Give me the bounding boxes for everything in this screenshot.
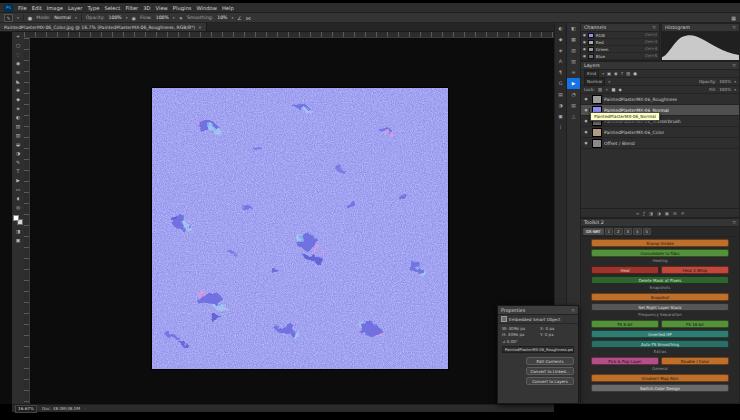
filter-smart-icon[interactable]: ● [633, 71, 637, 76]
filter-kind-icon[interactable]: ▣ [607, 71, 611, 76]
glyphs-panel-icon[interactable]: G [555, 78, 566, 89]
swatches-panel-icon[interactable]: ▦ [567, 34, 580, 45]
pen-tool[interactable]: ✎ [12, 158, 24, 167]
styles-panel-icon[interactable]: ▣ [555, 111, 566, 122]
visibility-eye-icon[interactable]: ● [583, 141, 590, 145]
menu-item-window[interactable]: Window [196, 5, 216, 11]
menu-item-3d[interactable]: 3D [143, 5, 150, 11]
dodge-tool[interactable]: ◑ [12, 149, 24, 158]
fill-value[interactable]: 100% [719, 87, 731, 92]
edit-contents-button[interactable]: Edit Contents [526, 357, 574, 365]
fill-caret-icon[interactable]: ▾ [734, 88, 736, 92]
panel-menu-icon[interactable]: ≡ [732, 25, 736, 30]
document-tab[interactable]: PaintedPlasterMX-06_Color.jpg @ 16.7% (P… [0, 23, 207, 31]
menu-item-edit[interactable]: Edit [32, 5, 42, 11]
filter-shape-icon[interactable]: ▨ [626, 71, 630, 76]
action-button[interactable]: Heal 2 Whip [661, 266, 729, 274]
visibility-eye-icon[interactable]: ● [583, 97, 590, 101]
visibility-eye-icon[interactable]: ● [583, 119, 590, 123]
layer-thumbnail[interactable] [592, 128, 602, 137]
layer-filter-select[interactable]: Kind [584, 70, 599, 78]
layer-name[interactable]: Offset / Blend [604, 141, 635, 146]
marquee-tool[interactable]: ▢ [12, 41, 24, 50]
hand-tool[interactable]: ◖ [12, 194, 24, 203]
action-button[interactable]: Set Right Layer Stack [591, 303, 729, 311]
action-button[interactable]: Double / Color [661, 357, 729, 365]
eraser-tool[interactable]: ▨ [12, 122, 24, 131]
menu-item-filter[interactable]: Filter [125, 5, 138, 11]
action-button[interactable]: Inverted HP [591, 330, 729, 338]
opacity-caret-icon[interactable]: ▾ [734, 80, 736, 84]
menu-item-plugins[interactable]: Plugins [173, 5, 192, 11]
paragraph-panel-icon[interactable]: ¶ [555, 67, 566, 78]
move-tool[interactable]: + [12, 32, 24, 41]
action-button[interactable]: FS 8-bit [591, 320, 659, 328]
channel-row-blue[interactable]: ● Blue Ctrl+5 [581, 53, 659, 60]
color-swatches[interactable] [12, 215, 24, 227]
convert-to-linked-button[interactable]: Convert to Linked... [526, 367, 574, 375]
action-button[interactable]: Snapshot [591, 293, 729, 301]
flow-value[interactable]: 100% [156, 15, 169, 20]
panel-menu-icon[interactable]: ≡ [652, 25, 656, 30]
clone-stamp-tool[interactable]: ◈ [12, 104, 24, 113]
info-panel-icon[interactable]: i [555, 122, 566, 133]
timeline-panel-icon[interactable]: ◔ [567, 89, 580, 100]
opacity-caret-icon[interactable]: ▾ [126, 16, 128, 20]
crop-tool[interactable]: ⊞ [12, 68, 24, 77]
visibility-eye-icon[interactable]: ● [583, 108, 590, 112]
airbrush-icon[interactable]: ✦ [179, 15, 183, 21]
layer-row[interactable]: ● PaintedPlasterMX-06_Roughness [581, 94, 739, 105]
type-tool[interactable]: T [12, 167, 24, 176]
layer-thumbnail[interactable] [592, 95, 602, 104]
smoothing-value[interactable]: 10% [217, 15, 227, 20]
layer-name[interactable]: PaintedPlasterMX-06_Color [604, 130, 664, 135]
brush-preset-icon[interactable]: ● [28, 15, 32, 21]
angle-field[interactable]: ⊿ 0.00° [498, 339, 578, 344]
shape-tool[interactable]: ▭ [12, 185, 24, 194]
lock-transparency-icon[interactable]: ▨ [598, 87, 602, 92]
add-mask-icon[interactable]: ◨ [649, 211, 653, 216]
filter-caret-icon[interactable]: ▾ [602, 72, 604, 76]
mode-select[interactable]: Normal [54, 15, 71, 20]
smoothing-caret-icon[interactable]: ▾ [231, 16, 233, 20]
patterns-panel-icon[interactable]: ▨ [567, 56, 580, 67]
blend-mode-select[interactable]: Normal [584, 78, 605, 86]
opacity-value[interactable]: 100% [109, 15, 122, 20]
gradients-panel-icon[interactable]: ▧ [567, 45, 580, 56]
zoom-level-field[interactable]: 16.67% [15, 405, 37, 413]
menu-item-help[interactable]: Help [222, 5, 234, 11]
channel-row-rgb[interactable]: ● RGB Ctrl+2 [581, 32, 659, 39]
pressure-opacity-icon[interactable]: ◉ [132, 15, 136, 21]
brush-angle-icon[interactable]: ∠ [237, 15, 241, 21]
flow-caret-icon[interactable]: ▾ [173, 16, 175, 20]
toolkit-tab[interactable]: GS-NRT [583, 228, 604, 235]
action-button[interactable]: Auto FS Smoothing [591, 340, 729, 348]
new-group-icon[interactable]: ▣ [665, 211, 669, 216]
layer-row[interactable]: ● PaintedPlasterMX-06_Color [581, 127, 739, 138]
visibility-eye-icon[interactable]: ● [583, 33, 586, 37]
lock-pixels-icon[interactable]: ■ [611, 87, 615, 92]
width-field[interactable]: W: 4096 px [502, 326, 536, 331]
action-button[interactable]: Heal [591, 266, 659, 274]
libraries-panel-icon[interactable]: ▤ [555, 89, 566, 100]
layer-name[interactable]: PaintedPlasterMX-06_Roughness [604, 97, 677, 102]
toolkit-tab[interactable]: 3 [624, 228, 632, 235]
delete-layer-icon[interactable]: ✕ [681, 211, 685, 216]
channel-row-red[interactable]: ● Red Ctrl+3 [581, 39, 659, 46]
channel-row-green[interactable]: ● Green Ctrl+4 [581, 46, 659, 53]
paths-panel-icon[interactable]: △ [567, 111, 580, 122]
tool-preset-caret-icon[interactable]: ▾ [17, 16, 19, 20]
visibility-eye-icon[interactable]: ● [583, 40, 586, 44]
convert-to-layers-button[interactable]: Convert to Layers [526, 377, 574, 385]
properties-panel-icon[interactable]: ≡ [567, 67, 580, 78]
brush-settings-panel-icon[interactable]: ◆ [555, 34, 566, 45]
layer-row[interactable]: ● Offset / Blend [581, 138, 739, 149]
path-select-tool[interactable]: ▶ [12, 176, 24, 185]
active-tool-icon[interactable]: ✎ [4, 14, 13, 22]
layer-style-icon[interactable]: ƒ [643, 211, 645, 216]
document-canvas[interactable] [152, 88, 448, 369]
status-options-caret-icon[interactable]: › [85, 407, 86, 411]
quick-mask-icon[interactable]: ◨ [12, 227, 24, 236]
y-field[interactable]: Y: 0 px [540, 332, 574, 337]
menu-item-view[interactable]: View [156, 5, 168, 11]
